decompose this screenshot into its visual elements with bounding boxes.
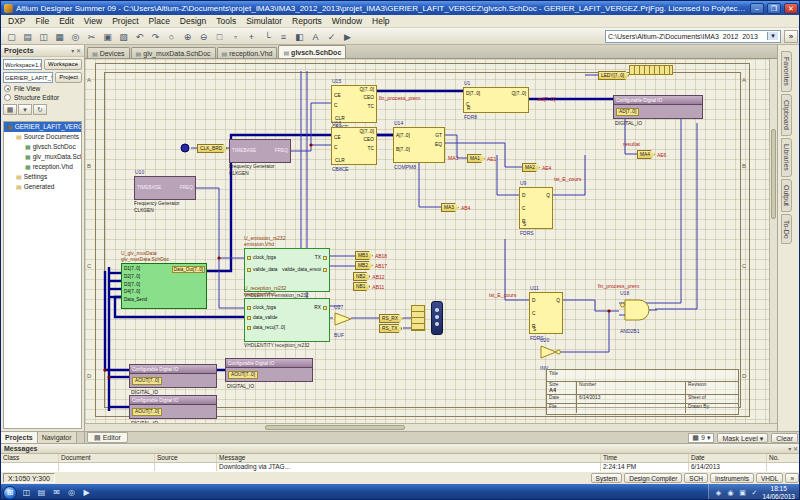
menu-item[interactable]: Window [327,16,367,26]
run-icon[interactable]: ▶ [340,29,355,43]
browse-button[interactable]: » [784,30,798,43]
menu-item[interactable]: DXP [3,16,30,26]
clear-button[interactable]: Clear [771,433,798,443]
bus-icon[interactable]: ≡ [276,29,291,43]
workspace-select[interactable]: Workspace1.DsnWrk [3,59,42,70]
panel-tab[interactable]: Clipboard [781,94,792,136]
structure-editor-radio[interactable]: Structure Editor [1,92,84,101]
component-fdr8[interactable]: U1 D[7..0]C Q[7..0] R FDR8 [463,87,529,113]
net-label[interactable]: tst_E_cours [489,292,516,298]
panel-menu-icon[interactable]: ▾ [71,48,74,54]
tree-item[interactable]: ▦ glv_muxData.SchDoc [4,152,81,162]
paste-icon[interactable]: ▧ [116,29,131,43]
panel-launcher-button[interactable]: SCH [684,473,708,483]
project-button[interactable]: Project [55,72,82,83]
sheet-port[interactable]: MB3AB18 [355,251,387,260]
component-digital-io-1[interactable]: Configurable Digital IO AOUT[7..0] DIGIT… [129,364,217,388]
print-icon[interactable]: ▦ [52,29,67,43]
minimize-button[interactable]: – [750,3,764,14]
net-label[interactable]: resultat [623,141,640,147]
panel-list-icon[interactable]: ▦ [3,104,17,115]
menu-item[interactable]: Help [367,16,394,26]
component-digital-io-3[interactable]: Configurable Digital IO AOUT[7..0] DIGIT… [129,395,217,419]
vertical-scrollbar[interactable] [769,59,777,423]
panel-dropdown-icon[interactable]: ▾ [18,104,32,115]
panel-tab[interactable]: Favorites [781,51,792,92]
sheet-port[interactable]: RS_RX [379,314,405,323]
more-panels-button[interactable]: » [785,473,799,483]
place-part-icon[interactable]: ◧ [292,29,307,43]
component-counter-cb8ce-1[interactable]: U15 Q[7..0] CEC CEOTC CLR CB8CE [331,85,377,123]
pin-header[interactable] [411,305,425,331]
component-counter-cb8ce-2[interactable]: U16 Q[7..0] CEC CEOTC CLR CB8CE [331,127,377,165]
component-digital-io-top[interactable]: Configurable Digital IO AD[7..0] DIGITAL… [613,95,703,119]
document-tab[interactable]: ▤ glvsch.SchDoc [278,45,346,58]
net-label[interactable]: tst_E_cours [554,176,581,182]
menu-item[interactable]: View [79,16,107,26]
panel-launcher-button[interactable]: Instruments [710,473,754,483]
component-compm8[interactable]: U14 A[7..0]B[7..0] GTEQ COMPM8 [393,127,445,163]
taskbar-clock[interactable]: 18:15 14/06/2013 [762,485,795,500]
component-buf-gate[interactable]: U17 BUF [333,311,353,331]
document-tab[interactable]: ▤ glv_muxData.SchDoc [131,47,216,58]
sheet-symbol-mux[interactable]: U_glv_muxData glv_muxData.SchDoc D1[7..0… [121,263,207,309]
address-combo[interactable]: C:\Users\Altium-Z\Documents\IMA3_2012_20… [605,30,781,43]
panel-refresh-icon[interactable]: ↻ [33,104,47,115]
open-icon[interactable]: ▤ [20,29,35,43]
internet-icon[interactable]: ◫ [20,486,33,499]
menu-item[interactable]: Place [144,16,175,26]
tree-item[interactable]: ▤ Generated [4,182,81,192]
net-label-icon[interactable]: A [308,29,323,43]
mask-level-button[interactable]: Mask Level ▾ [717,433,768,443]
vhdl-panel-button[interactable]: VHDL [756,473,783,483]
menu-item[interactable]: Project [107,16,143,26]
update-icon[interactable]: ▣ [737,486,747,499]
component-digital-io-2[interactable]: Configurable Digital IO AOUT[7..0] DIGIT… [225,358,313,382]
undo-icon[interactable]: ↶ [132,29,147,43]
sheet-port[interactable]: NB2AB12 [353,272,385,281]
sheet-port[interactable]: CLK_BRD [197,144,229,153]
scroll-thumb[interactable] [771,129,776,219]
select-icon[interactable]: ▫ [228,29,243,43]
panel-launcher-button[interactable]: System [591,473,623,483]
altium-icon[interactable]: ▶ [80,486,93,499]
tree-item[interactable]: ▦ glvsch.SchDoc [4,142,81,152]
panel-bottom-tab[interactable]: Navigator [38,432,77,443]
tree-item[interactable]: ▤ Settings [4,172,81,182]
horizontal-scrollbar[interactable] [85,423,777,431]
panel-close-icon[interactable]: ✕ [76,48,81,54]
sheet-port[interactable]: MA4AE6 [637,150,666,159]
wire-icon[interactable]: └ [260,29,275,43]
zoom-in-icon[interactable]: ⊕ [180,29,195,43]
menu-item[interactable]: Design [175,16,211,26]
panel-launcher-button[interactable]: Design Compiler [624,473,682,483]
tree-item[interactable]: ▤ Source Documents [4,132,81,142]
sheet-port[interactable]: MA2AE4 [522,163,551,172]
menu-item[interactable]: Reports [287,16,327,26]
antivirus-icon[interactable]: ✓ [749,486,759,499]
rs232-connector[interactable] [431,301,443,335]
net-label[interactable]: fin_process_prem [598,283,639,289]
panel-tab[interactable]: Output [781,179,792,212]
panel-bottom-tab[interactable]: Projects [1,432,38,443]
schematic-canvas[interactable]: ABCDABCD [85,59,769,423]
volume-icon[interactable]: ◉ [725,486,735,499]
panel-tab[interactable]: Libraries [781,138,792,177]
find-icon[interactable]: ○ [164,29,179,43]
sheet-port[interactable]: MB2AB17 [355,261,387,270]
zoom-fit-icon[interactable]: □ [212,29,227,43]
maximize-button[interactable]: ❐ [767,3,781,14]
file-view-radio[interactable]: File View [1,83,84,92]
sheet-port[interactable]: LEDY[7..0] [598,71,631,80]
net-label[interactable]: MAJ [448,155,458,161]
redo-icon[interactable]: ↷ [148,29,163,43]
cut-icon[interactable]: ✂ [84,29,99,43]
copy-icon[interactable]: ▣ [100,29,115,43]
move-icon[interactable]: + [244,29,259,43]
panel-menu-icon[interactable]: ▾ [788,446,791,452]
sheet-port[interactable]: RS_TX [379,324,404,333]
close-button[interactable]: ✕ [784,3,798,14]
explorer-icon[interactable]: ▤ [35,486,48,499]
component-clkgen-2[interactable]: U10 TIMEBASE FREQ Frequency Generator CL… [134,176,196,200]
menu-item[interactable]: File [30,16,54,26]
